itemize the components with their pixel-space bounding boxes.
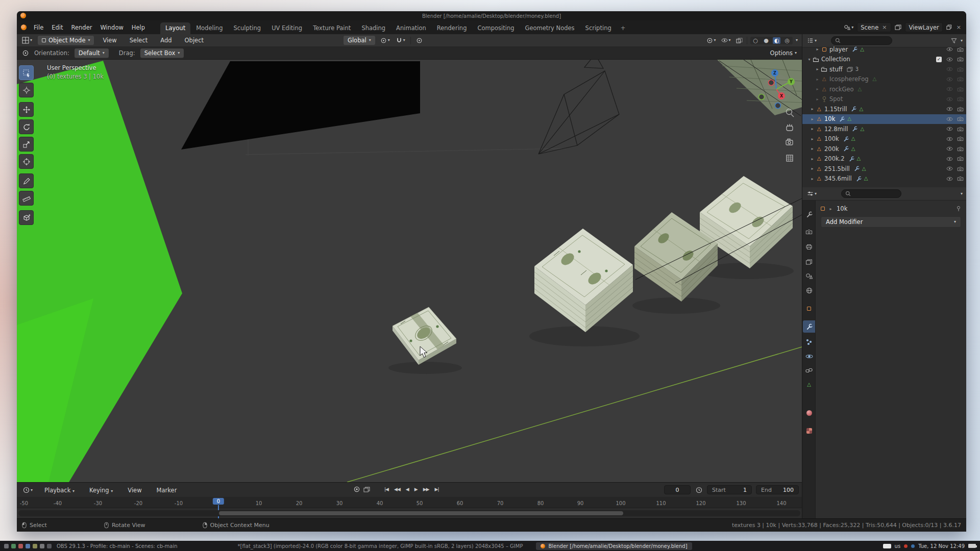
tool-transform[interactable]	[19, 154, 34, 169]
tab-tool[interactable]	[803, 208, 815, 220]
tab-animation[interactable]: Animation	[391, 22, 431, 34]
orientation-dropdown[interactable]: Default▾	[75, 48, 109, 58]
outliner-row-1-15trill[interactable]: ▸ △ 1.15trill △	[802, 104, 966, 114]
transform-orientation-dropdown[interactable]: Global▾	[344, 36, 375, 45]
tab-scene[interactable]	[803, 270, 815, 282]
show-gizmo-button[interactable]: ▾	[705, 37, 717, 44]
tab-scripting[interactable]: Scripting	[580, 22, 617, 34]
taskbar-clock[interactable]: Tue, 12 Nov 12:49	[918, 543, 965, 549]
menu-select[interactable]: Select	[126, 36, 152, 45]
scene-selector[interactable]: Scene ×	[857, 22, 891, 32]
play-button[interactable]: ▶	[412, 486, 420, 493]
tab-modeling[interactable]: Modeling	[191, 22, 228, 34]
outliner-row-12-8mill[interactable]: ▸ △ 12.8mill △	[802, 124, 966, 134]
tab-layout[interactable]: Layout	[160, 22, 190, 34]
tab-object-data[interactable]: △	[803, 379, 815, 391]
tab-uv-editing[interactable]: UV Editing	[266, 22, 307, 34]
prev-keyframe-button[interactable]: ◀◀	[392, 486, 402, 493]
taskbar-window-icons[interactable]	[4, 544, 52, 548]
show-overlays-button[interactable]: ▾	[720, 37, 732, 43]
tab-render[interactable]	[803, 226, 815, 238]
next-keyframe-button[interactable]: ▶▶	[421, 486, 431, 493]
tool-measure[interactable]	[19, 191, 34, 206]
viewlayer-remove-icon[interactable]: ×	[955, 24, 962, 31]
tab-rendering[interactable]: Rendering	[432, 22, 472, 34]
frame-end-field[interactable]: End100	[756, 485, 799, 494]
tab-particles[interactable]	[803, 336, 815, 348]
outliner-row-spot[interactable]: ▸ Spot	[802, 94, 966, 105]
tool-annotate[interactable]	[19, 173, 34, 188]
properties-options-icon[interactable]: ▾	[961, 192, 963, 196]
drag-dropdown[interactable]: Select Box▾	[140, 48, 184, 58]
xray-toggle-button[interactable]	[735, 37, 744, 44]
tool-cursor[interactable]	[19, 83, 34, 97]
gizmo-axis-z[interactable]: Z	[771, 69, 778, 77]
menu-keying[interactable]: Keying ▾	[85, 486, 117, 495]
options-button[interactable]: Options▾	[770, 49, 797, 57]
outliner-row-200k-2[interactable]: ▸ △ 200k.2 △	[802, 154, 966, 164]
outliner-filter-icon[interactable]	[951, 38, 957, 44]
tab-geometry-nodes[interactable]: Geometry Nodes	[520, 22, 580, 34]
menu-window[interactable]: Window	[96, 23, 127, 32]
tab-output[interactable]	[803, 241, 815, 253]
tab-material[interactable]	[803, 407, 815, 419]
outliner-row-rockgeo[interactable]: ▸ △ rockGeo △	[802, 84, 966, 94]
properties-editor-type-button[interactable]: ▾	[806, 190, 818, 197]
playhead[interactable]: 0	[213, 498, 224, 505]
editor-type-button[interactable]: ▾	[21, 36, 33, 44]
snap-magnet-button[interactable]: ▾	[395, 37, 406, 44]
tool-rotate[interactable]	[19, 119, 34, 134]
autokey-record-icon[interactable]	[354, 486, 360, 492]
tab-texture-paint[interactable]: Texture Paint	[308, 22, 356, 34]
tab-compositing[interactable]: Compositing	[472, 22, 519, 34]
shading-wireframe-button[interactable]: ○	[752, 37, 760, 44]
timeline-ruler[interactable]: -50 -40 -30 -20 -10 10 20 30 40 50 60 70…	[17, 497, 802, 508]
tab-constraints[interactable]	[803, 364, 815, 377]
taskbar-item-obs[interactable]: OBS 29.1.3 - Profile: cb-main - Scenes: …	[57, 543, 178, 549]
viewlayer-selector[interactable]: ViewLayer	[905, 22, 942, 32]
gizmo-axis-y-neg[interactable]	[759, 94, 765, 100]
menu-help[interactable]: Help	[128, 23, 149, 32]
gizmo-axis-x-neg[interactable]	[769, 80, 774, 86]
menu-file[interactable]: File	[30, 23, 47, 32]
breadcrumb-object-name[interactable]: 10k	[837, 205, 847, 212]
tray-app-icon[interactable]	[911, 544, 915, 548]
play-reverse-button[interactable]: ◀	[404, 486, 411, 493]
jump-start-button[interactable]: |◀	[382, 486, 390, 493]
frame-start-field[interactable]: Start1	[707, 485, 752, 494]
scene-unlink-icon[interactable]: ×	[881, 24, 888, 31]
tool-add-cube[interactable]	[19, 210, 34, 225]
add-modifier-button[interactable]: Add Modifier ▾	[821, 216, 961, 228]
outliner-row-icospherefog[interactable]: ▸ △ IcosphereFog △	[802, 74, 966, 85]
outliner-row-player[interactable]: ▸ player △	[802, 44, 966, 55]
blender-menu-icon[interactable]	[21, 24, 27, 30]
taskbar-item-blender[interactable]: Blender [/home/amalie/Desktop/blender/mo…	[536, 542, 692, 550]
shading-solid-button[interactable]: ●	[762, 37, 770, 44]
menu-object[interactable]: Object	[181, 36, 208, 45]
pivot-point-button[interactable]: ▾	[379, 37, 391, 44]
tray-indicator[interactable]	[883, 544, 891, 548]
timeline-editor-type-button[interactable]: ▾	[22, 486, 34, 494]
tab-world[interactable]	[803, 284, 815, 296]
tab-sculpting[interactable]: Sculpting	[228, 22, 266, 34]
tab-modifiers[interactable]	[803, 320, 815, 333]
taskbar-item-gimp[interactable]: *[flat_stack3] (imported)-24.0 (RGB colo…	[238, 543, 523, 549]
shading-material-button[interactable]: ◐	[773, 37, 781, 44]
menu-tl-view[interactable]: View	[124, 486, 145, 495]
outliner-row-stuff[interactable]: ▸ stuff 3	[802, 64, 966, 74]
properties-search-input[interactable]	[841, 189, 901, 198]
mode-dropdown[interactable]: Object Mode▾	[38, 36, 94, 45]
viewlayer-copy-icon[interactable]	[945, 24, 953, 31]
outliner-row-100k[interactable]: ▸ △ 100k △	[802, 134, 966, 144]
tab-view-layer[interactable]	[803, 256, 815, 268]
tab-texture[interactable]	[803, 424, 815, 437]
tab-shading[interactable]: Shading	[356, 22, 390, 34]
outliner-row-251-5bill[interactable]: ▸ △ 251.5bill △	[802, 164, 966, 174]
keyboard-layout[interactable]: us	[895, 543, 901, 549]
tool-move[interactable]	[19, 102, 34, 117]
outliner-row-collection[interactable]: ▾ Collection ✓	[802, 55, 966, 65]
outliner-search-input[interactable]	[831, 36, 892, 45]
timeline-scrollbar-thumb[interactable]	[219, 511, 623, 515]
menu-add[interactable]: Add	[156, 36, 176, 45]
sync-icon[interactable]	[363, 487, 370, 492]
